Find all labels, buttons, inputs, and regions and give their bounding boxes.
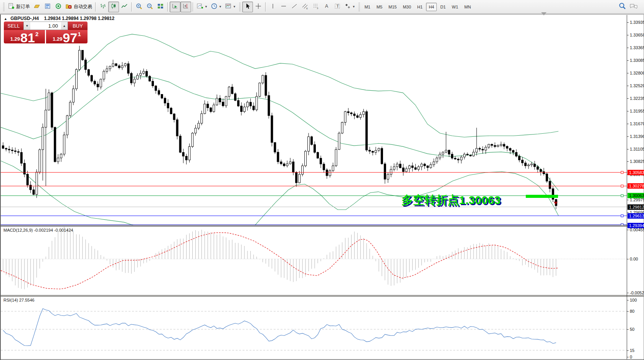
candlestick xyxy=(341,123,343,133)
horizontal-line-tool-button[interactable] xyxy=(278,2,289,12)
buy-button[interactable]: BUY xyxy=(68,22,88,30)
fibonacci-icon: F xyxy=(312,3,319,11)
price-line-label-1.29394[interactable]: 1.29394 xyxy=(627,223,644,228)
new-order-button[interactable]: 新订单 xyxy=(6,2,31,12)
toolbar-separator xyxy=(265,2,266,12)
arrows-tool-button[interactable]: ▼ xyxy=(343,2,357,12)
price-axis-tick-label: 1.33650 xyxy=(630,33,644,37)
sell-price-big: 81 xyxy=(20,32,35,43)
timeframe-button-m1[interactable]: M1 xyxy=(362,3,373,11)
fibonacci-tool-button[interactable]: F xyxy=(310,2,321,12)
window-collapse-icon[interactable]: ▲ xyxy=(4,17,7,21)
chart-annotation-text[interactable]: 多空转折点1.30063 xyxy=(401,192,500,208)
line-handle[interactable] xyxy=(621,194,623,197)
auto-scroll-button[interactable] xyxy=(170,2,180,12)
price-line-label-1.30583[interactable]: 1.30583 xyxy=(627,170,644,175)
navigator-icon xyxy=(55,3,62,11)
axis-tick xyxy=(627,48,629,48)
price-line-label-1.30063[interactable]: 1.30063 xyxy=(627,193,644,198)
timeframe-group: M1M5M15M30H1H4D1W1MN xyxy=(362,3,474,11)
chat-button[interactable] xyxy=(628,2,639,12)
price-line-label-1.29812[interactable]: 1.29812 xyxy=(627,204,644,210)
timeframe-button-m5[interactable]: M5 xyxy=(374,3,385,11)
timeframe-button-m30[interactable]: M30 xyxy=(400,3,414,11)
line-chart-button[interactable] xyxy=(119,2,130,12)
zoom-out-button[interactable] xyxy=(144,2,155,12)
candlestick xyxy=(405,169,407,172)
indicators-button[interactable]: ▼ xyxy=(195,2,209,12)
chart-shift-marker[interactable] xyxy=(541,12,547,15)
volume-decrease-button[interactable]: ▼ xyxy=(24,22,30,30)
cursor-tool-button[interactable] xyxy=(242,2,253,12)
volume-value[interactable]: 1.00 xyxy=(30,22,61,30)
timeframe-button-w1[interactable]: W1 xyxy=(449,3,461,11)
periods-button[interactable]: ▼ xyxy=(209,2,223,12)
timeframe-button-h4[interactable]: H4 xyxy=(426,3,437,11)
candlestick xyxy=(335,149,337,166)
candle-chart-button[interactable] xyxy=(108,2,119,12)
zoom-in-button[interactable] xyxy=(134,2,144,12)
vertical-line-tool-button[interactable] xyxy=(268,2,278,12)
candlestick xyxy=(176,120,178,136)
line-handle[interactable] xyxy=(621,171,623,174)
navigator-button[interactable] xyxy=(53,2,64,12)
toolbar-grip[interactable] xyxy=(358,3,360,11)
text-tool-button[interactable]: A xyxy=(321,2,332,12)
price-line-label-1.29613[interactable]: 1.29613 xyxy=(627,213,644,219)
autotrading-button[interactable]: 自动交易 xyxy=(64,2,94,12)
candlestick xyxy=(97,84,99,87)
sell-button[interactable]: SELL xyxy=(4,22,23,30)
highlight-bar-object[interactable] xyxy=(526,195,558,198)
profiles-button[interactable] xyxy=(31,2,42,12)
chart-shift-button[interactable] xyxy=(180,2,191,12)
rsi-axis-label: 0 xyxy=(630,355,632,359)
toolbar-grip[interactable] xyxy=(239,3,241,11)
candlestick xyxy=(286,164,288,166)
toolbar-separator xyxy=(193,2,193,12)
candlestick xyxy=(179,136,181,153)
search-button[interactable] xyxy=(617,2,628,12)
timeframe-button-h1[interactable]: H1 xyxy=(414,3,425,11)
chart-window[interactable]: ▲ GBPUSD-,H4 1.29834 1.29894 1.29798 1.2… xyxy=(0,14,644,360)
candlestick xyxy=(112,64,114,66)
bar-chart-button[interactable] xyxy=(97,2,108,12)
axis-tick xyxy=(627,124,629,124)
timeframe-button-d1[interactable]: D1 xyxy=(438,3,448,11)
axis-tick xyxy=(627,200,629,200)
new-order-label: 新订单 xyxy=(16,3,30,10)
chart-plot-area[interactable] xyxy=(1,15,644,360)
toolbar-separator xyxy=(167,2,168,12)
candlestick xyxy=(79,50,81,70)
crosshair-tool-button[interactable] xyxy=(253,2,264,12)
volume-increase-button[interactable]: ▲ xyxy=(61,22,68,30)
axis-tick xyxy=(627,357,629,357)
line-handle[interactable] xyxy=(621,185,623,187)
volume-stepper: ▼ 1.00 ▲ xyxy=(23,22,68,30)
pane-splitter-macd[interactable] xyxy=(1,225,644,227)
candlestick xyxy=(466,154,468,155)
trendline-tool-button[interactable] xyxy=(289,2,300,12)
templates-button[interactable]: ▼ xyxy=(223,2,238,12)
candlestick xyxy=(464,154,466,157)
buy-price-display[interactable]: 1.29 97 1 xyxy=(46,30,88,43)
timeframe-button-m15[interactable]: M15 xyxy=(386,3,399,11)
timeframe-button-mn[interactable]: MN xyxy=(462,3,474,11)
candlestick xyxy=(314,144,315,152)
market-watch-button[interactable] xyxy=(42,2,53,12)
candlestick xyxy=(210,108,212,112)
candlestick xyxy=(33,190,35,194)
candlestick xyxy=(476,148,477,152)
candlestick xyxy=(182,153,184,156)
text-label-tool-button[interactable]: T xyxy=(332,2,343,12)
line-handle[interactable] xyxy=(621,215,623,217)
trendline-icon xyxy=(291,3,298,11)
tile-windows-button[interactable] xyxy=(155,2,166,12)
channel-tool-button[interactable]: E xyxy=(300,2,310,12)
candlestick xyxy=(543,172,545,174)
sell-price-display[interactable]: 1.29 81 2 xyxy=(4,30,45,43)
autotrading-label: 自动交易 xyxy=(74,3,92,10)
toolbar-grip[interactable] xyxy=(3,3,5,11)
macd-signal-line xyxy=(1,233,558,289)
pane-splitter-rsi[interactable] xyxy=(1,295,644,297)
price-line-label-1.30278[interactable]: 1.30278 xyxy=(627,183,644,189)
